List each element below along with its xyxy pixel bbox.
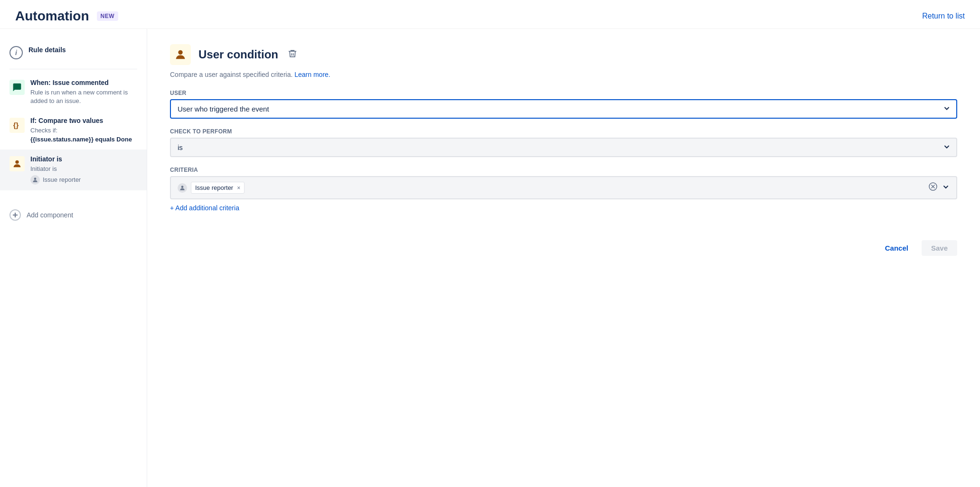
sidebar-initiator-subbadge: Issue reporter bbox=[30, 175, 137, 185]
svg-text:{}: {} bbox=[13, 121, 19, 129]
new-badge: NEW bbox=[97, 11, 119, 21]
sidebar-item-initiator-title: Initiator is bbox=[30, 155, 137, 163]
criteria-label: Criteria bbox=[170, 167, 957, 173]
user-icon-small bbox=[30, 175, 40, 185]
check-select-wrapper: is is not bbox=[170, 138, 957, 157]
sidebar-item-if-desc: Checks if: {{issue.status.name}} equals … bbox=[30, 126, 137, 143]
sidebar-item-if-desc-bold: {{issue.status.name}} equals Done bbox=[30, 136, 132, 143]
svg-point-8 bbox=[181, 186, 184, 188]
add-criteria-button[interactable]: + Add additional criteria bbox=[170, 204, 239, 212]
check-label: Check to perform bbox=[170, 128, 957, 135]
sidebar-item-if-title: If: Compare two values bbox=[30, 117, 137, 124]
app-title: Automation bbox=[15, 9, 89, 24]
sidebar-item-when-issue-commented[interactable]: When: Issue commented Rule is run when a… bbox=[0, 73, 147, 111]
svg-point-5 bbox=[178, 50, 182, 55]
add-component-button[interactable]: Add component bbox=[0, 202, 147, 228]
criteria-box-actions bbox=[929, 182, 950, 193]
chat-icon bbox=[9, 80, 25, 95]
user-select-wrapper: User who triggered the event Current use… bbox=[170, 99, 957, 119]
top-bar-left: Automation NEW bbox=[15, 9, 118, 24]
delete-icon[interactable] bbox=[288, 49, 297, 61]
sidebar-item-if-compare[interactable]: {} If: Compare two values Checks if: {{i… bbox=[0, 111, 147, 149]
sidebar-initiator-badge-label: Issue reporter bbox=[43, 176, 81, 184]
sidebar-item-when-title: When: Issue commented bbox=[30, 79, 137, 86]
criteria-tag-remove-button[interactable]: × bbox=[237, 185, 240, 191]
sidebar-item-initiator-desc: Initiator is Issue reporter bbox=[30, 165, 137, 185]
sidebar-item-rule-details-title: Rule details bbox=[28, 46, 137, 54]
main-panel: User condition Compare a user against sp… bbox=[147, 29, 980, 487]
sidebar-item-initiator-desc-line1: Initiator is bbox=[30, 165, 57, 172]
sidebar-item-when-desc: Rule is run when a new comment is added … bbox=[30, 88, 137, 105]
main-content: i Rule details When: Issue commented Rul… bbox=[0, 29, 980, 487]
sidebar-item-when-text: When: Issue commented Rule is run when a… bbox=[30, 79, 137, 105]
sidebar-item-rule-details-text: Rule details bbox=[28, 46, 137, 56]
check-select[interactable]: is is not bbox=[170, 138, 957, 157]
sidebar-divider-1 bbox=[9, 69, 137, 69]
user-label: User bbox=[170, 90, 957, 96]
criteria-tag: Issue reporter × bbox=[191, 182, 245, 194]
panel-desc-text: Compare a user against specified criteri… bbox=[170, 71, 292, 78]
sidebar: i Rule details When: Issue commented Rul… bbox=[0, 29, 147, 487]
cancel-button[interactable]: Cancel bbox=[877, 240, 916, 256]
criteria-tag-label: Issue reporter bbox=[195, 184, 233, 191]
add-component-label: Add component bbox=[27, 211, 73, 219]
sidebar-item-rule-details[interactable]: i Rule details bbox=[0, 40, 147, 65]
sidebar-item-if-desc-prefix: Checks if: bbox=[30, 127, 57, 134]
panel-header-icon bbox=[170, 44, 191, 65]
code-icon: {} bbox=[9, 118, 25, 133]
sidebar-item-if-text: If: Compare two values Checks if: {{issu… bbox=[30, 117, 137, 143]
panel-footer: Cancel Save bbox=[170, 231, 957, 256]
criteria-dropdown-chevron-icon[interactable] bbox=[942, 183, 950, 192]
criteria-box[interactable]: Issue reporter × bbox=[170, 176, 957, 199]
check-form-group: Check to perform is is not bbox=[170, 128, 957, 157]
learn-more-link[interactable]: Learn more. bbox=[294, 71, 330, 78]
page-container: Automation NEW Return to list i Rule det… bbox=[0, 0, 980, 487]
svg-point-1 bbox=[15, 160, 19, 163]
sidebar-item-initiator-text: Initiator is Initiator is Issue reporter bbox=[30, 155, 137, 185]
panel-header: User condition bbox=[170, 44, 957, 65]
criteria-form-group: Criteria Issue reporter × bbox=[170, 167, 957, 212]
top-bar: Automation NEW Return to list bbox=[0, 0, 980, 29]
criteria-clear-all-button[interactable] bbox=[929, 182, 937, 193]
user-circle-icon bbox=[9, 156, 25, 171]
add-component-circle-icon bbox=[9, 209, 21, 221]
criteria-user-icon bbox=[178, 183, 187, 193]
panel-description: Compare a user against specified criteri… bbox=[170, 71, 957, 78]
sidebar-item-initiator-is[interactable]: Initiator is Initiator is Issue reporter bbox=[0, 150, 147, 190]
save-button[interactable]: Save bbox=[922, 240, 957, 256]
user-select[interactable]: User who triggered the event Current use… bbox=[170, 99, 957, 119]
panel-title: User condition bbox=[198, 48, 278, 61]
svg-point-2 bbox=[34, 178, 37, 180]
info-icon: i bbox=[9, 46, 23, 59]
return-to-list-button[interactable]: Return to list bbox=[922, 12, 965, 20]
user-form-group: User User who triggered the event Curren… bbox=[170, 90, 957, 119]
